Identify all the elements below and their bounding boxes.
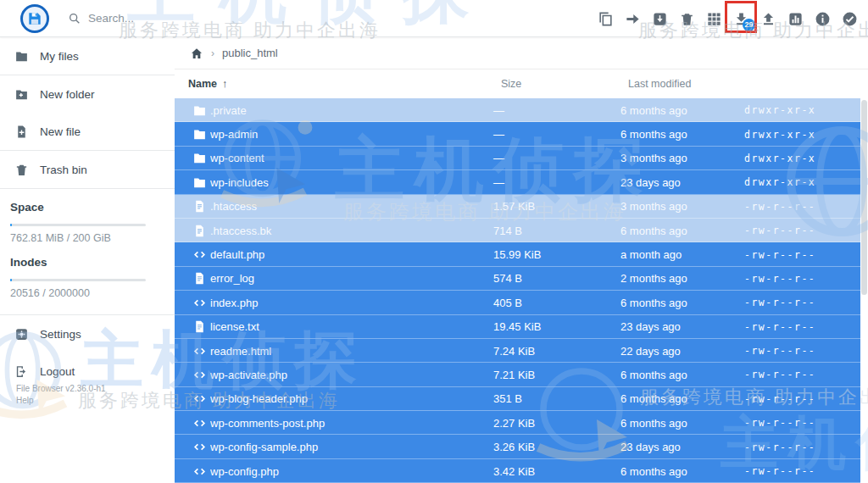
code-icon bbox=[188, 391, 210, 406]
breadcrumb-current-folder[interactable]: public_html bbox=[222, 47, 278, 59]
table-row[interactable]: wp-includes—23 days agodrwxr-xr-x bbox=[175, 170, 860, 194]
app-logo[interactable] bbox=[20, 4, 49, 33]
sidebar-item-trash-bin[interactable]: Trash bin bbox=[0, 151, 175, 188]
file-permissions: drwxr-xr-x bbox=[744, 104, 853, 116]
file-name: default.php bbox=[210, 248, 493, 261]
archive-icon bbox=[652, 11, 668, 27]
search-box bbox=[68, 12, 198, 25]
table-row[interactable]: .htaccess1.57 KiB3 months ago-rw-r--r-- bbox=[175, 195, 860, 219]
file-name: wp-activate.php bbox=[210, 369, 493, 381]
sidebar-item-label: My files bbox=[40, 50, 79, 63]
file-modified: a month ago bbox=[620, 248, 744, 261]
table-row[interactable]: .private—6 months agodrwxr-xr-x bbox=[175, 98, 860, 122]
info-button[interactable] bbox=[815, 11, 831, 27]
file-permissions: -rw-r--r-- bbox=[744, 321, 853, 333]
inodes-label: Inodes bbox=[10, 256, 164, 269]
home-icon[interactable] bbox=[190, 47, 203, 60]
copy-button[interactable] bbox=[598, 11, 614, 27]
column-header-modified[interactable]: Last modified bbox=[628, 78, 752, 90]
file-size: 3.42 KiB bbox=[493, 465, 620, 478]
search-input[interactable] bbox=[88, 12, 198, 25]
space-usage: Space 762.81 MiB / 200 GiB bbox=[0, 189, 175, 253]
sidebar-item-label: Trash bin bbox=[40, 164, 87, 176]
file-modified: 6 months ago bbox=[620, 104, 744, 117]
search-icon bbox=[68, 12, 81, 25]
column-header-size[interactable]: Size bbox=[501, 78, 628, 90]
file-permissions: -rw-r--r-- bbox=[744, 345, 853, 357]
table-row[interactable]: readme.html7.24 KiB22 days ago-rw-r--r-- bbox=[175, 339, 860, 363]
file-size: 351 B bbox=[493, 392, 620, 405]
file-icon bbox=[188, 224, 210, 238]
file-permissions: -rw-r--r-- bbox=[744, 225, 853, 236]
sidebar-item-my-files[interactable]: My files bbox=[0, 37, 175, 75]
code-icon bbox=[188, 247, 210, 262]
scrollbar-track[interactable] bbox=[860, 98, 868, 483]
file-name: license.txt bbox=[210, 320, 493, 333]
sidebar-item-new-file[interactable]: New file bbox=[0, 113, 175, 150]
file-size: — bbox=[493, 176, 620, 189]
stats-icon bbox=[787, 11, 804, 27]
table-row[interactable]: .htaccess.bk714 B6 months ago-rw-r--r-- bbox=[175, 219, 860, 242]
table-row[interactable]: wp-blog-header.php351 B6 months ago-rw-r… bbox=[175, 387, 860, 411]
file-size: 405 B bbox=[493, 297, 620, 309]
sidebar-footer: File Browser v2.36.0-h1 Help bbox=[16, 383, 106, 407]
upload-button[interactable] bbox=[760, 11, 776, 27]
file-modified: 6 months ago bbox=[620, 392, 744, 405]
code-icon bbox=[188, 296, 210, 310]
space-label: Space bbox=[10, 201, 164, 214]
scrollbar-thumb[interactable] bbox=[861, 100, 867, 295]
table-row[interactable]: error_log574 B2 months ago-rw-r--r-- bbox=[175, 267, 860, 291]
settings-icon bbox=[14, 327, 29, 341]
table-row[interactable]: wp-config.php3.42 KiB6 months ago-rw-r--… bbox=[175, 459, 860, 483]
file-permissions: drwxr-xr-x bbox=[744, 176, 853, 188]
upload-icon bbox=[760, 11, 776, 27]
move-button[interactable] bbox=[625, 11, 641, 27]
table-row[interactable]: wp-config-sample.php3.26 KiB23 days ago-… bbox=[175, 435, 860, 458]
grid-view-button[interactable] bbox=[706, 11, 722, 27]
table-row[interactable]: index.php405 B6 months ago-rw-r--r-- bbox=[175, 291, 860, 314]
sidebar-item-settings[interactable]: Settings bbox=[0, 315, 175, 353]
file-modified: 22 days ago bbox=[620, 345, 744, 358]
file-permissions: -rw-r--r-- bbox=[744, 465, 853, 477]
code-icon bbox=[188, 440, 210, 454]
file-name: index.php bbox=[210, 297, 493, 309]
delete-button[interactable] bbox=[679, 11, 695, 27]
archive-button[interactable] bbox=[652, 11, 668, 27]
stats-button[interactable] bbox=[787, 11, 804, 27]
file-size: — bbox=[493, 128, 620, 141]
column-header-name[interactable]: Name↑ bbox=[188, 77, 501, 90]
inodes-progress-fill bbox=[10, 279, 12, 281]
sidebar: My files New folder New file Trash bin S… bbox=[0, 37, 175, 483]
delete-icon bbox=[679, 11, 695, 27]
file-modified: 6 months ago bbox=[620, 369, 744, 381]
file-permissions: -rw-r--r-- bbox=[744, 297, 853, 308]
file-name: wp-includes bbox=[210, 176, 493, 189]
file-modified: 6 months ago bbox=[620, 297, 744, 309]
table-row[interactable]: wp-comments-post.php2.27 KiB6 months ago… bbox=[175, 411, 860, 435]
folder-icon bbox=[188, 103, 210, 118]
new-folder-icon bbox=[14, 87, 29, 102]
file-permissions: -rw-r--r-- bbox=[744, 273, 853, 285]
table-row[interactable]: wp-activate.php7.21 KiB6 months ago-rw-r… bbox=[175, 363, 860, 386]
file-icon bbox=[188, 271, 210, 286]
sidebar-item-new-folder[interactable]: New folder bbox=[0, 75, 175, 113]
file-modified: 2 months ago bbox=[620, 272, 744, 285]
selection-count-badge: 29 bbox=[743, 19, 755, 31]
select-all-button[interactable] bbox=[842, 11, 858, 27]
sidebar-item-label: New file bbox=[40, 125, 81, 138]
help-link[interactable]: Help bbox=[16, 395, 106, 407]
table-row[interactable]: wp-admin—6 months agodrwxr-xr-x bbox=[175, 122, 860, 146]
grid-view-icon bbox=[706, 11, 722, 27]
table-row[interactable]: default.php15.99 KiBa month ago-rw-r--r-… bbox=[175, 242, 860, 266]
folder-icon bbox=[188, 151, 210, 165]
move-icon bbox=[625, 11, 641, 27]
logout-icon bbox=[14, 364, 29, 379]
download-button[interactable]: 29 bbox=[733, 11, 749, 27]
table-row[interactable]: wp-content—3 months agodrwxr-xr-x bbox=[175, 147, 860, 170]
file-size: 1.57 KiB bbox=[493, 200, 620, 213]
breadcrumb-separator: › bbox=[211, 47, 214, 59]
file-icon bbox=[188, 319, 210, 334]
file-name: .htaccess.bk bbox=[210, 225, 493, 237]
copy-icon bbox=[598, 11, 614, 27]
table-row[interactable]: license.txt19.45 KiB23 days ago-rw-r--r-… bbox=[175, 315, 860, 339]
